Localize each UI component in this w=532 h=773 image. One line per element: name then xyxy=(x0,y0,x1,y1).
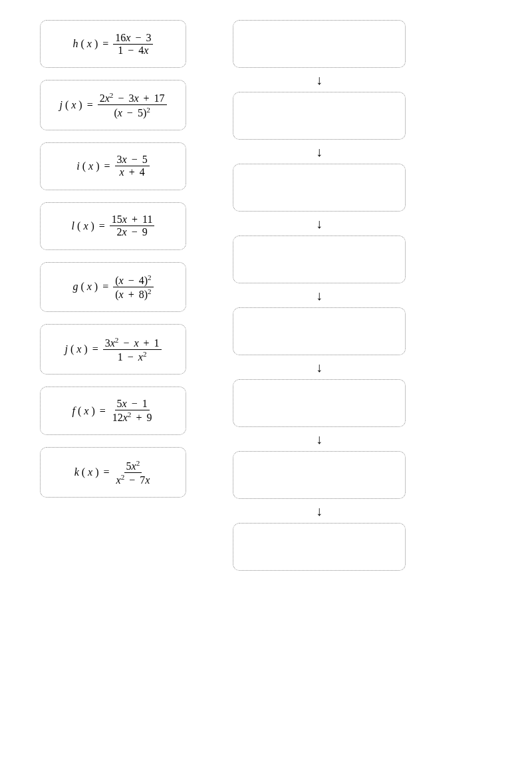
source-card-i-2[interactable]: i(x)=3x − 5x + 4 xyxy=(40,142,186,190)
arrow-down-icon: ↓ xyxy=(316,73,323,86)
function-name: g xyxy=(72,281,78,293)
drop-slot-7[interactable] xyxy=(233,523,406,571)
fraction: 5x2x2 − 7x xyxy=(114,458,152,486)
equation: f(x)=5x − 112x2 + 9 xyxy=(72,398,154,424)
drop-slot-5[interactable] xyxy=(233,379,406,427)
arrow-down-icon: ↓ xyxy=(316,289,323,302)
source-card-k-7[interactable]: k(x)=5x2x2 − 7x xyxy=(40,447,186,498)
variable-x: x xyxy=(83,220,88,232)
equation: g(x)=(x − 4)2(x + 8)2 xyxy=(72,273,153,301)
source-card-l-3[interactable]: l(x)=15x + 112x − 9 xyxy=(40,202,186,250)
denominator: (x + 8)2 xyxy=(113,287,153,301)
denominator: 2x − 9 xyxy=(115,226,150,238)
arrow-down-icon: ↓ xyxy=(316,504,323,518)
fraction: 16x − 31 − 4x xyxy=(113,32,153,57)
equals-sign: = xyxy=(97,220,107,232)
equals-sign: = xyxy=(100,38,110,50)
equals-sign: = xyxy=(85,99,95,111)
numerator: (x − 4)2 xyxy=(113,273,153,287)
equation: j(x)=3x2 − x + 11 − x2 xyxy=(65,335,161,363)
fraction: 15x + 112x − 9 xyxy=(110,214,155,238)
function-name: j xyxy=(65,343,67,355)
drop-slot-0[interactable] xyxy=(233,20,406,68)
drop-slot-2[interactable] xyxy=(233,164,406,212)
equals-sign: = xyxy=(102,160,112,172)
numerator: 16x − 3 xyxy=(113,32,153,45)
variable-x: x xyxy=(88,466,92,478)
fraction: 5x − 112x2 + 9 xyxy=(110,398,154,424)
numerator: 15x + 11 xyxy=(110,214,155,226)
variable-x: x xyxy=(87,281,92,293)
numerator: 5x − 1 xyxy=(115,398,150,410)
equation: l(x)=15x + 112x − 9 xyxy=(72,214,155,238)
arrow-down-icon: ↓ xyxy=(316,145,323,158)
equation: k(x)=5x2x2 − 7x xyxy=(74,458,152,486)
drop-slot-column: ↓↓↓↓↓↓↓ xyxy=(233,20,406,571)
function-name: j xyxy=(59,99,62,111)
function-name: f xyxy=(72,405,75,417)
source-card-j-5[interactable]: j(x)=3x2 − x + 11 − x2 xyxy=(40,324,186,375)
numerator: 5x2 xyxy=(124,458,142,472)
drop-slot-1[interactable] xyxy=(233,92,406,140)
equation: j(x)=2x2 − 3x + 17(x − 5)2 xyxy=(59,91,166,119)
variable-x: x xyxy=(87,38,92,50)
source-card-j-1[interactable]: j(x)=2x2 − 3x + 17(x − 5)2 xyxy=(40,80,186,130)
arrow-down-icon: ↓ xyxy=(316,432,323,446)
variable-x: x xyxy=(76,343,81,355)
function-name: i xyxy=(76,160,79,172)
numerator: 3x2 − x + 1 xyxy=(103,335,162,349)
fraction: 3x2 − x + 11 − x2 xyxy=(103,335,162,363)
source-card-h-0[interactable]: h(x)=16x − 31 − 4x xyxy=(40,20,186,68)
variable-x: x xyxy=(88,160,93,172)
equals-sign: = xyxy=(100,281,110,293)
fraction: 2x2 − 3x + 17(x − 5)2 xyxy=(98,91,167,119)
denominator: 1 − x2 xyxy=(116,350,149,363)
denominator: 12x2 + 9 xyxy=(110,410,154,424)
arrow-down-icon: ↓ xyxy=(316,361,323,374)
equals-sign: = xyxy=(102,466,112,478)
equals-sign: = xyxy=(90,343,100,355)
variable-x: x xyxy=(71,99,76,111)
equation: h(x)=16x − 31 − 4x xyxy=(73,32,154,57)
drop-slot-6[interactable] xyxy=(233,451,406,499)
variable-x: x xyxy=(84,405,88,417)
source-card-column: h(x)=16x − 31 − 4xj(x)=2x2 − 3x + 17(x −… xyxy=(40,20,186,498)
source-card-f-6[interactable]: f(x)=5x − 112x2 + 9 xyxy=(40,386,186,435)
equation: i(x)=3x − 5x + 4 xyxy=(76,154,149,178)
function-name: h xyxy=(73,38,78,50)
equals-sign: = xyxy=(98,405,108,417)
numerator: 2x2 − 3x + 17 xyxy=(98,91,167,105)
numerator: 3x − 5 xyxy=(115,154,150,166)
drop-slot-3[interactable] xyxy=(233,235,406,283)
source-card-g-4[interactable]: g(x)=(x − 4)2(x + 8)2 xyxy=(40,262,186,313)
denominator: x2 − 7x xyxy=(114,473,152,486)
denominator: 1 − 4x xyxy=(116,45,150,57)
function-name: l xyxy=(72,220,74,232)
denominator: (x − 5)2 xyxy=(112,105,152,118)
denominator: x + 4 xyxy=(118,166,147,178)
drop-slot-4[interactable] xyxy=(233,307,406,355)
function-name: k xyxy=(74,466,79,478)
fraction: 3x − 5x + 4 xyxy=(115,154,150,178)
arrow-down-icon: ↓ xyxy=(316,217,323,230)
fraction: (x − 4)2(x + 8)2 xyxy=(113,273,153,301)
